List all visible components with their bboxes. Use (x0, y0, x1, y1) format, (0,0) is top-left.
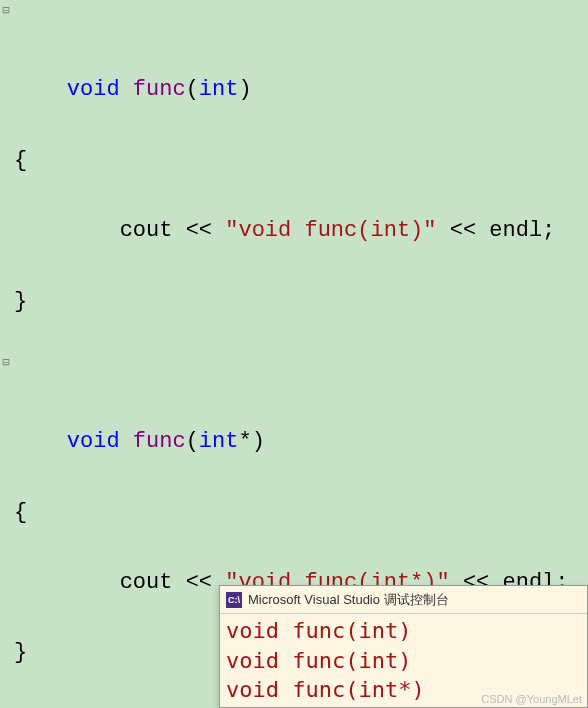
debug-console-window[interactable]: C:\ Microsoft Visual Studio 调试控制台 void f… (219, 585, 588, 708)
paren: ) (238, 77, 251, 102)
paren: ( (186, 77, 199, 102)
keyword: void (67, 77, 120, 102)
pointer-symbol: * (238, 429, 251, 454)
function-name: func (120, 77, 186, 102)
console-line: void func(int) (226, 616, 581, 646)
console-icon: C:\ (226, 592, 242, 608)
identifier: endl (489, 218, 542, 243)
code-line: ⊟ void func(int*) (0, 354, 588, 495)
code-line: ⊟ void func(int) (0, 2, 588, 143)
operator: << (172, 570, 225, 595)
type-keyword: int (199, 77, 239, 102)
fold-icon[interactable]: ⊟ (0, 354, 12, 373)
code-line: } (0, 284, 588, 319)
type-keyword: int (199, 429, 239, 454)
console-titlebar[interactable]: C:\ Microsoft Visual Studio 调试控制台 (220, 586, 587, 614)
paren: ( (186, 429, 199, 454)
operator: << (436, 218, 489, 243)
semicolon: ; (542, 218, 555, 243)
fold-icon[interactable]: ⊟ (0, 2, 12, 21)
keyword: void (67, 429, 120, 454)
string-literal: "void func(int)" (225, 218, 436, 243)
indent (67, 570, 120, 595)
console-line: void func(int) (226, 646, 581, 676)
code-line: cout << "void func(int)" << endl; (0, 178, 588, 284)
code-line: { (0, 143, 588, 178)
indent (67, 218, 120, 243)
paren: ) (252, 429, 265, 454)
code-line: { (0, 495, 588, 530)
watermark: CSDN @YoungMLet (481, 693, 582, 705)
operator: << (172, 218, 225, 243)
console-title: Microsoft Visual Studio 调试控制台 (248, 591, 449, 609)
function-name: func (120, 429, 186, 454)
identifier: cout (120, 218, 173, 243)
blank-line (0, 319, 588, 354)
identifier: cout (120, 570, 173, 595)
